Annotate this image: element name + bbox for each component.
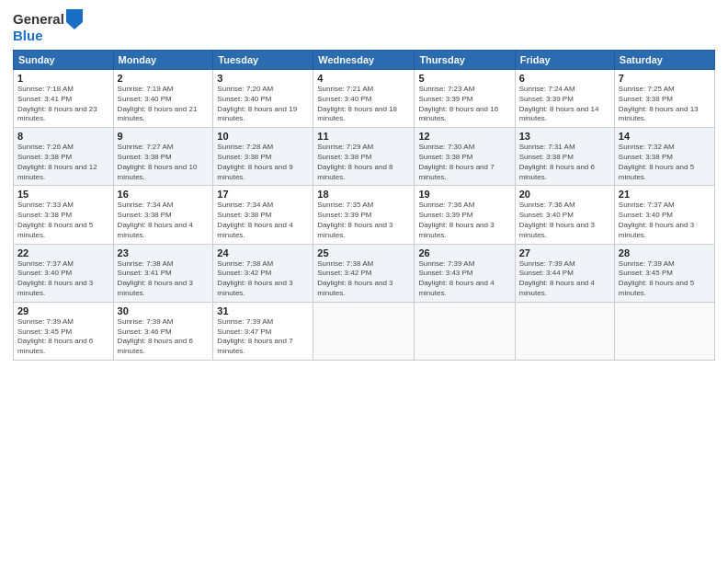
day-number: 20 <box>519 189 610 200</box>
calendar-cell: 30 Sunrise: 7:39 AM Sunset: 3:46 PM Dayl… <box>113 302 213 360</box>
calendar-cell: 2 Sunrise: 7:19 AM Sunset: 3:40 PM Dayli… <box>113 70 213 128</box>
day-info: Sunrise: 7:39 AM Sunset: 3:44 PM Dayligh… <box>519 259 610 299</box>
day-number: 29 <box>17 305 109 316</box>
day-number: 18 <box>317 189 410 200</box>
calendar-cell: 4 Sunrise: 7:21 AM Sunset: 3:40 PM Dayli… <box>313 70 415 128</box>
day-number: 10 <box>217 131 309 142</box>
calendar-cell: 22 Sunrise: 7:37 AM Sunset: 3:40 PM Dayl… <box>14 244 114 302</box>
calendar-cell: 6 Sunrise: 7:24 AM Sunset: 3:39 PM Dayli… <box>515 70 614 128</box>
day-info: Sunrise: 7:29 AM Sunset: 3:38 PM Dayligh… <box>317 143 410 182</box>
day-number: 11 <box>317 131 410 142</box>
logo: General Blue <box>13 9 83 44</box>
day-info: Sunrise: 7:38 AM Sunset: 3:42 PM Dayligh… <box>217 259 309 299</box>
calendar-cell: 27 Sunrise: 7:39 AM Sunset: 3:44 PM Dayl… <box>515 244 614 302</box>
svg-marker-0 <box>66 9 83 29</box>
day-info: Sunrise: 7:21 AM Sunset: 3:40 PM Dayligh… <box>317 85 410 124</box>
calendar-week-5: 29 Sunrise: 7:39 AM Sunset: 3:45 PM Dayl… <box>14 302 715 360</box>
calendar-cell: 11 Sunrise: 7:29 AM Sunset: 3:38 PM Dayl… <box>313 128 415 186</box>
calendar-cell: 7 Sunrise: 7:25 AM Sunset: 3:38 PM Dayli… <box>614 70 714 128</box>
day-number: 9 <box>118 131 210 142</box>
day-number: 14 <box>619 131 711 142</box>
day-number: 30 <box>118 305 210 316</box>
calendar-cell: 31 Sunrise: 7:39 AM Sunset: 3:47 PM Dayl… <box>213 302 313 360</box>
day-info: Sunrise: 7:32 AM Sunset: 3:38 PM Dayligh… <box>619 143 711 182</box>
calendar-cell: 9 Sunrise: 7:27 AM Sunset: 3:38 PM Dayli… <box>113 128 213 186</box>
calendar-cell: 3 Sunrise: 7:20 AM Sunset: 3:40 PM Dayli… <box>213 70 313 128</box>
calendar-cell: 10 Sunrise: 7:28 AM Sunset: 3:38 PM Dayl… <box>213 128 313 186</box>
calendar-cell: 12 Sunrise: 7:30 AM Sunset: 3:38 PM Dayl… <box>415 128 515 186</box>
calendar-week-1: 1 Sunrise: 7:18 AM Sunset: 3:41 PM Dayli… <box>14 70 715 128</box>
day-info: Sunrise: 7:39 AM Sunset: 3:46 PM Dayligh… <box>118 317 210 357</box>
day-info: Sunrise: 7:25 AM Sunset: 3:38 PM Dayligh… <box>619 85 711 124</box>
day-info: Sunrise: 7:36 AM Sunset: 3:40 PM Dayligh… <box>519 201 610 240</box>
calendar-body: 1 Sunrise: 7:18 AM Sunset: 3:41 PM Dayli… <box>14 70 715 361</box>
day-info: Sunrise: 7:23 AM Sunset: 3:39 PM Dayligh… <box>418 85 510 124</box>
calendar-week-3: 15 Sunrise: 7:33 AM Sunset: 3:38 PM Dayl… <box>14 186 715 244</box>
calendar-cell: 29 Sunrise: 7:39 AM Sunset: 3:45 PM Dayl… <box>14 302 114 360</box>
calendar-cell: 20 Sunrise: 7:36 AM Sunset: 3:40 PM Dayl… <box>515 186 614 244</box>
weekday-header-wednesday: Wednesday <box>313 51 415 70</box>
logo-text-general: General <box>13 11 64 28</box>
calendar-cell: 15 Sunrise: 7:33 AM Sunset: 3:38 PM Dayl… <box>14 186 114 244</box>
day-number: 24 <box>217 247 309 259</box>
calendar-cell: 8 Sunrise: 7:26 AM Sunset: 3:38 PM Dayli… <box>14 128 114 186</box>
day-info: Sunrise: 7:34 AM Sunset: 3:38 PM Dayligh… <box>118 201 210 240</box>
calendar-cell: 17 Sunrise: 7:34 AM Sunset: 3:38 PM Dayl… <box>213 186 313 244</box>
weekday-header-tuesday: Tuesday <box>213 51 313 70</box>
calendar-cell <box>614 302 714 360</box>
logo-text-blue: Blue <box>13 28 43 44</box>
calendar-cell: 5 Sunrise: 7:23 AM Sunset: 3:39 PM Dayli… <box>415 70 515 128</box>
day-number: 3 <box>217 73 309 84</box>
day-number: 13 <box>519 131 610 142</box>
calendar-table: SundayMondayTuesdayWednesdayThursdayFrid… <box>13 50 715 361</box>
day-number: 17 <box>217 189 309 200</box>
day-info: Sunrise: 7:39 AM Sunset: 3:45 PM Dayligh… <box>17 317 109 357</box>
day-info: Sunrise: 7:24 AM Sunset: 3:39 PM Dayligh… <box>519 85 610 124</box>
logo-icon <box>66 9 83 29</box>
calendar-cell <box>415 302 515 360</box>
day-info: Sunrise: 7:20 AM Sunset: 3:40 PM Dayligh… <box>217 85 309 124</box>
day-number: 26 <box>418 247 510 259</box>
calendar-week-4: 22 Sunrise: 7:37 AM Sunset: 3:40 PM Dayl… <box>14 244 715 302</box>
day-number: 25 <box>317 247 410 259</box>
calendar-cell <box>313 302 415 360</box>
day-info: Sunrise: 7:39 AM Sunset: 3:47 PM Dayligh… <box>217 317 309 357</box>
calendar-cell: 1 Sunrise: 7:18 AM Sunset: 3:41 PM Dayli… <box>14 70 114 128</box>
day-info: Sunrise: 7:18 AM Sunset: 3:41 PM Dayligh… <box>17 85 109 124</box>
day-info: Sunrise: 7:31 AM Sunset: 3:38 PM Dayligh… <box>519 143 610 182</box>
calendar-cell: 16 Sunrise: 7:34 AM Sunset: 3:38 PM Dayl… <box>113 186 213 244</box>
calendar-cell: 24 Sunrise: 7:38 AM Sunset: 3:42 PM Dayl… <box>213 244 313 302</box>
weekday-header-monday: Monday <box>113 51 213 70</box>
day-number: 27 <box>519 247 610 259</box>
day-number: 12 <box>418 131 510 142</box>
day-number: 5 <box>418 73 510 84</box>
day-number: 19 <box>418 189 510 200</box>
day-number: 6 <box>519 73 610 84</box>
calendar-cell: 26 Sunrise: 7:39 AM Sunset: 3:43 PM Dayl… <box>415 244 515 302</box>
calendar-cell: 28 Sunrise: 7:39 AM Sunset: 3:45 PM Dayl… <box>614 244 714 302</box>
day-info: Sunrise: 7:39 AM Sunset: 3:43 PM Dayligh… <box>418 259 510 299</box>
day-number: 21 <box>619 189 711 200</box>
day-number: 15 <box>17 189 109 200</box>
day-info: Sunrise: 7:38 AM Sunset: 3:42 PM Dayligh… <box>317 259 410 299</box>
header: General Blue <box>13 9 715 44</box>
calendar-cell: 19 Sunrise: 7:36 AM Sunset: 3:39 PM Dayl… <box>415 186 515 244</box>
day-number: 7 <box>619 73 711 84</box>
day-info: Sunrise: 7:38 AM Sunset: 3:41 PM Dayligh… <box>118 259 210 299</box>
day-info: Sunrise: 7:34 AM Sunset: 3:38 PM Dayligh… <box>217 201 309 240</box>
day-info: Sunrise: 7:37 AM Sunset: 3:40 PM Dayligh… <box>17 259 109 299</box>
day-info: Sunrise: 7:36 AM Sunset: 3:39 PM Dayligh… <box>418 201 510 240</box>
day-number: 28 <box>619 247 711 259</box>
calendar-page: General Blue SundayMondayTuesdayWednesda… <box>0 0 728 563</box>
day-info: Sunrise: 7:35 AM Sunset: 3:39 PM Dayligh… <box>317 201 410 240</box>
day-number: 1 <box>17 73 109 84</box>
weekday-header-row: SundayMondayTuesdayWednesdayThursdayFrid… <box>14 51 715 70</box>
day-info: Sunrise: 7:33 AM Sunset: 3:38 PM Dayligh… <box>17 201 109 240</box>
day-number: 22 <box>17 247 109 259</box>
day-info: Sunrise: 7:27 AM Sunset: 3:38 PM Dayligh… <box>118 143 210 182</box>
calendar-cell: 14 Sunrise: 7:32 AM Sunset: 3:38 PM Dayl… <box>614 128 714 186</box>
calendar-cell <box>515 302 614 360</box>
day-info: Sunrise: 7:28 AM Sunset: 3:38 PM Dayligh… <box>217 143 309 182</box>
calendar-cell: 25 Sunrise: 7:38 AM Sunset: 3:42 PM Dayl… <box>313 244 415 302</box>
calendar-week-2: 8 Sunrise: 7:26 AM Sunset: 3:38 PM Dayli… <box>14 128 715 186</box>
